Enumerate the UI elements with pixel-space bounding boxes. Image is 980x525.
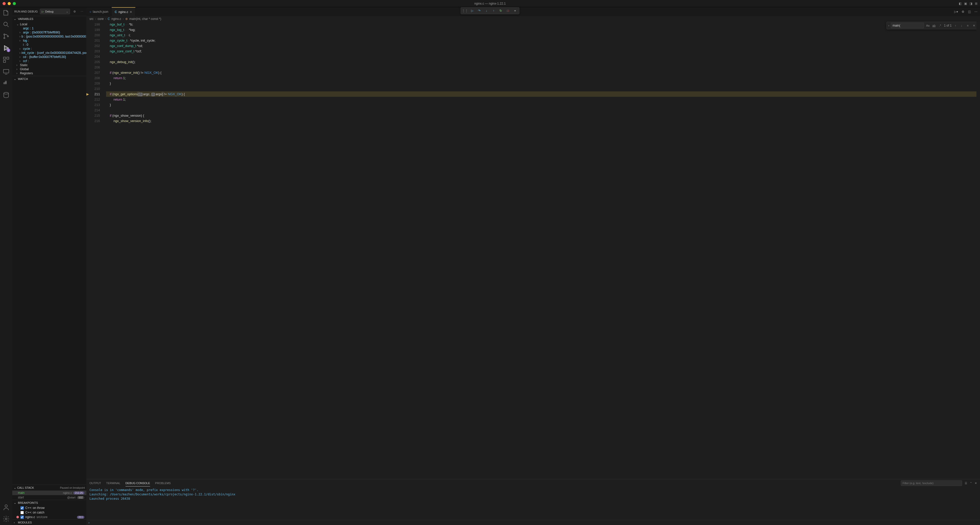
code-line[interactable]: ngx_debug_init(); xyxy=(106,59,977,65)
code-line[interactable]: ngx_log_t·····*log; xyxy=(106,27,977,32)
callstack-frame[interactable]: start@start532 xyxy=(12,495,86,500)
variable-row[interactable]: ›argv: {0x00007ff7bfeff690} xyxy=(12,30,86,35)
breakpoint-checkbox[interactable] xyxy=(21,511,24,514)
step-into-button[interactable]: ↓ xyxy=(484,8,489,13)
stop-button[interactable]: □ xyxy=(505,8,511,13)
code-line[interactable]: ngx_core_conf_t·*ccf; xyxy=(106,49,977,54)
activity-bar: 1 xyxy=(0,7,12,525)
code-line[interactable] xyxy=(106,86,977,91)
variable-row[interactable]: ›ccf: xyxy=(12,59,86,63)
database-icon[interactable] xyxy=(3,91,10,98)
code-line[interactable]: ngx_cycle_t···*cycle, init_cycle; xyxy=(106,38,977,43)
variable-row[interactable]: i: 0 xyxy=(12,43,86,47)
layout-customize-icon[interactable]: ⊞ xyxy=(975,2,977,5)
panel-tab-terminal[interactable]: Terminal xyxy=(106,480,120,486)
vscode-file-icon: ⟐ xyxy=(89,10,91,14)
code-line[interactable]: } xyxy=(106,102,977,108)
panel-tab-problems[interactable]: Problems xyxy=(155,480,171,486)
settings-gear-icon[interactable]: ⚙ xyxy=(962,10,964,14)
editor[interactable]: ▶ 19819920020120220320420520620720820921… xyxy=(86,22,980,479)
breakpoint-checkbox[interactable] xyxy=(21,515,24,519)
continue-button[interactable]: ▷ xyxy=(469,8,475,13)
breakpoint-row[interactable]: C++: on throw xyxy=(12,506,86,510)
layout-right-icon[interactable]: ◨ xyxy=(969,2,972,5)
close-panel-icon[interactable]: ✕ xyxy=(975,482,977,485)
debug-console-prompt[interactable]: › xyxy=(86,520,980,525)
drag-handle-icon[interactable]: ⋮⋮ xyxy=(462,8,468,13)
chevron-down-icon: ⌄ xyxy=(14,486,16,490)
minimize-window-button[interactable] xyxy=(8,2,11,5)
panel-tab-output[interactable]: Output xyxy=(89,480,101,486)
code-line[interactable] xyxy=(106,65,977,70)
code-line[interactable]: return 1; xyxy=(106,75,977,81)
variable-row[interactable]: ›log: xyxy=(12,38,86,43)
explorer-icon[interactable] xyxy=(3,9,10,16)
account-icon[interactable] xyxy=(3,504,10,511)
variable-row[interactable]: ›b: {pos:0x0000000000000000, last:0x0000… xyxy=(12,35,86,38)
variable-row[interactable]: ›init_cycle: {conf_ctx:0x000000010047442… xyxy=(12,51,86,55)
step-over-button[interactable]: ↷ xyxy=(477,8,482,13)
layout-bottom-icon[interactable]: ▣ xyxy=(964,2,967,5)
variable-row[interactable]: ›cd: {buffer:0x00007ff7bfeff130} xyxy=(12,55,86,59)
breakpoint-row[interactable]: C++: on catch xyxy=(12,510,86,515)
debug-config-select[interactable]: ▷ Debug ⌄ xyxy=(40,9,70,14)
tree-view-icon[interactable]: ☰ xyxy=(965,482,967,485)
remote-icon[interactable] xyxy=(3,68,10,75)
callstack-frame[interactable]: mainnginx.c211:25 xyxy=(12,490,86,495)
code-line[interactable] xyxy=(106,108,977,113)
scope-static[interactable]: › Static xyxy=(12,63,86,67)
panel-filter-input[interactable] xyxy=(901,480,962,486)
breadcrumb[interactable]: src› core› C nginx.c› ⊕ main(int, char *… xyxy=(86,16,980,22)
variable-row[interactable]: ›cycle: xyxy=(12,47,86,51)
gear-icon[interactable]: ⚙ xyxy=(72,9,77,14)
docker-icon[interactable] xyxy=(3,80,10,87)
close-tab-icon[interactable]: ✕ xyxy=(130,10,132,14)
code-line[interactable]: if (ngx_get_options(Dargc, Dargv) != NGX… xyxy=(106,91,977,97)
layout-left-icon[interactable]: ◧ xyxy=(959,2,962,5)
scope-global[interactable]: › Global xyxy=(12,67,86,71)
close-window-button[interactable] xyxy=(3,2,6,5)
collapse-panel-icon[interactable]: ⌃ xyxy=(970,482,972,485)
settings-icon[interactable] xyxy=(3,515,10,522)
scope-registers[interactable]: › Registers xyxy=(12,71,86,75)
run-config-icon[interactable]: ▷▾ xyxy=(954,10,958,14)
editor-tab[interactable]: ⟐launch.json xyxy=(86,7,112,16)
more-actions-icon[interactable]: ⋯ xyxy=(974,10,977,14)
maximize-window-button[interactable] xyxy=(13,2,16,5)
breakpoint-label: nginx.c xyxy=(25,515,35,519)
variable-row[interactable]: argc: 1 xyxy=(12,26,86,30)
split-editor-icon[interactable]: ◫ xyxy=(968,10,971,14)
search-icon[interactable] xyxy=(3,21,10,28)
code-line[interactable]: if (ngx_show_version) { xyxy=(106,113,977,118)
more-icon[interactable]: ⋯ xyxy=(79,9,84,14)
callstack-header[interactable]: ⌄ Call Stack Paused on breakpoint xyxy=(12,485,86,490)
extensions-icon[interactable] xyxy=(3,56,10,63)
restart-button[interactable]: ↻ xyxy=(498,8,503,13)
variable-name: cycle xyxy=(23,47,30,51)
scope-local[interactable]: ⌄ Local xyxy=(12,22,86,26)
step-out-button[interactable]: ↑ xyxy=(491,8,496,13)
source-control-icon[interactable] xyxy=(3,33,10,40)
code-line[interactable]: if (ngx_strerror_init() != NGX_OK) { xyxy=(106,70,977,75)
code-line[interactable]: ngx_show_version_info(); xyxy=(106,118,977,124)
panel-tab-debug-console[interactable]: Debug Console xyxy=(126,480,150,487)
code-line[interactable]: ngx_buf_t·····*b; xyxy=(106,22,977,27)
modules-header[interactable]: › Modules xyxy=(12,519,86,525)
watch-header[interactable]: ⌄ Watch xyxy=(12,76,86,82)
debug-more-icon[interactable]: ▾ xyxy=(512,8,518,13)
code-line[interactable]: ngx_uint_t····i; xyxy=(106,32,977,38)
breakpoint-checkbox[interactable] xyxy=(21,506,24,510)
editor-tab[interactable]: Cnginx.c✕ xyxy=(112,7,136,16)
breakpoints-header[interactable]: ⌄ Breakpoints xyxy=(12,500,86,506)
run-debug-icon[interactable]: 1 xyxy=(3,44,10,52)
code-line[interactable] xyxy=(106,54,977,59)
scroll-margin[interactable] xyxy=(977,22,980,479)
chevron-down-icon: ⌄ xyxy=(66,10,68,13)
variables-header[interactable]: ⌄ Variables xyxy=(12,16,86,22)
debug-toolbar[interactable]: ⋮⋮ ▷ ↷ ↓ ↑ ↻ □ ▾ xyxy=(461,7,519,14)
code-line[interactable]: return 1; xyxy=(106,97,977,102)
chevron-down-icon: ⌄ xyxy=(16,22,19,26)
code-line[interactable]: } xyxy=(106,81,977,86)
code-line[interactable]: ngx_conf_dump_t·*cd; xyxy=(106,43,977,49)
breakpoint-row[interactable]: nginx.c src/core211 xyxy=(12,515,86,519)
